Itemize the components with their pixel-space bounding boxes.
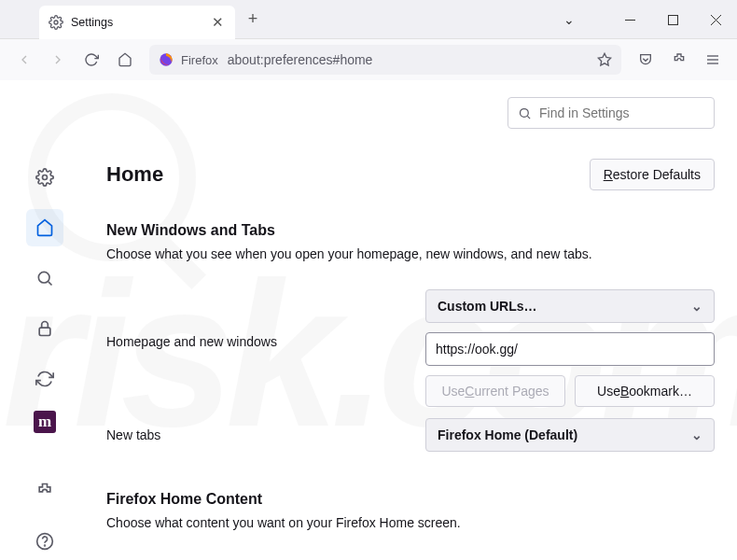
window-maximize-button[interactable] [651, 0, 694, 39]
back-button[interactable] [9, 45, 39, 75]
sidebar-item-privacy[interactable] [26, 310, 63, 347]
section-desc-windows-tabs: Choose what you see when you open your h… [106, 246, 715, 261]
window-close-button[interactable] [694, 0, 737, 39]
pocket-button[interactable] [631, 45, 661, 75]
page-title: Home [106, 162, 163, 187]
tab-close-button[interactable]: ✕ [209, 14, 226, 31]
forward-button[interactable] [43, 45, 73, 75]
reload-button[interactable] [76, 45, 106, 75]
use-current-pages-button[interactable]: Use Current Pages [425, 375, 565, 407]
section-heading-home-content: Firefox Home Content [106, 491, 715, 508]
address-bar[interactable]: Firefox about:preferences#home [149, 45, 621, 75]
homepage-mode-select[interactable]: Custom URLs… ⌄ [425, 289, 715, 323]
svg-rect-10 [39, 328, 50, 335]
settings-main: Home Restore Defaults New Windows and Ta… [90, 80, 737, 560]
sidebar-item-home[interactable] [26, 209, 63, 246]
tabs-dropdown-button[interactable]: ⌄ [552, 12, 586, 27]
app-menu-button[interactable] [698, 45, 728, 75]
sidebar-item-extension-m[interactable]: m [34, 411, 56, 433]
search-icon [518, 106, 532, 120]
newtabs-mode-value: Firefox Home (Default) [438, 427, 577, 442]
sidebar-item-general[interactable] [26, 159, 63, 196]
toolbar: Firefox about:preferences#home [0, 39, 737, 80]
url-text: about:preferences#home [228, 52, 590, 67]
svg-line-9 [49, 282, 52, 286]
find-in-settings[interactable] [508, 97, 715, 129]
chevron-down-icon: ⌄ [691, 427, 702, 442]
svg-point-0 [54, 21, 58, 24]
svg-rect-1 [668, 15, 677, 24]
svg-point-8 [38, 272, 49, 283]
sidebar-item-sync[interactable] [26, 360, 63, 398]
find-in-settings-input[interactable] [539, 105, 704, 120]
sidebar-item-search[interactable] [26, 259, 63, 297]
window-minimize-button[interactable] [608, 0, 651, 39]
homepage-mode-value: Custom URLs… [438, 299, 537, 314]
browser-tab[interactable]: Settings ✕ [39, 6, 235, 39]
settings-sidebar: m [0, 80, 90, 560]
home-button[interactable] [110, 45, 140, 75]
newtabs-label: New tabs [106, 427, 414, 442]
newtabs-mode-select[interactable]: Firefox Home (Default) ⌄ [425, 418, 715, 452]
svg-point-13 [521, 108, 529, 117]
tab-title: Settings [71, 16, 202, 29]
svg-point-7 [43, 175, 48, 180]
section-heading-windows-tabs: New Windows and Tabs [106, 222, 715, 239]
content: m Home Restore Defaults New Windows and … [0, 80, 737, 560]
homepage-url-input[interactable] [425, 332, 715, 366]
titlebar: Settings ✕ + ⌄ [0, 0, 737, 39]
svg-point-12 [45, 545, 46, 546]
extensions-button[interactable] [664, 45, 694, 75]
new-tab-button[interactable]: + [239, 6, 267, 34]
window-controls: ⌄ [552, 0, 737, 39]
firefox-logo-icon [159, 52, 174, 67]
svg-marker-3 [598, 53, 610, 65]
sidebar-item-help[interactable] [26, 523, 63, 560]
homepage-label: Homepage and new windows [106, 289, 414, 349]
bookmark-star-icon[interactable] [597, 52, 612, 67]
svg-line-14 [527, 116, 530, 119]
sidebar-item-extensions[interactable] [26, 472, 63, 510]
chevron-down-icon: ⌄ [691, 299, 702, 314]
restore-defaults-button[interactable]: Restore Defaults [590, 159, 715, 190]
section-desc-home-content: Choose what content you want on your Fir… [106, 515, 715, 530]
identity-label: Firefox [181, 53, 218, 67]
use-bookmark-button[interactable]: Use Bookmark… [575, 375, 715, 407]
gear-icon [49, 15, 63, 30]
